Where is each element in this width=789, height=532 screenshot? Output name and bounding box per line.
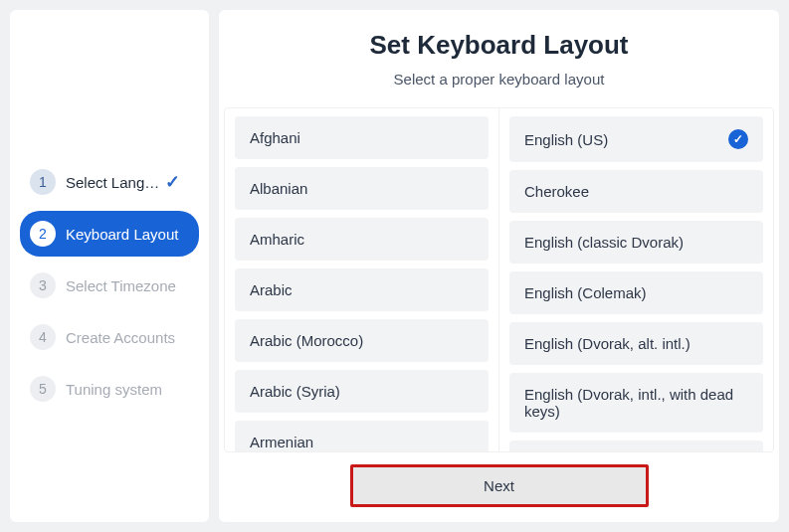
step-label: Select Langu… [66, 174, 165, 191]
check-icon: ✓ [165, 171, 180, 193]
layout-item-armenian[interactable]: Armenian [235, 421, 489, 451]
layout-label: Amharic [250, 231, 304, 248]
layout-label: Arabic (Syria) [250, 383, 340, 400]
layout-item-afghani[interactable]: Afghani [235, 116, 489, 159]
step-label: Tuning system [66, 381, 189, 398]
layout-label: Arabic (Morocco) [250, 332, 363, 349]
page-subtitle: Select a proper keyboard layout [219, 71, 779, 88]
layout-label: English (classic Dvorak) [524, 234, 684, 251]
layout-item-english-dvorak-left[interactable]: English (Dvorak, left-handed) [509, 441, 763, 451]
layout-item-arabic-syria[interactable]: Arabic (Syria) [235, 370, 489, 413]
layout-item-arabic[interactable]: Arabic [235, 268, 489, 311]
layout-label: English (Colemak) [524, 284, 647, 301]
step-label: Create Accounts [66, 329, 189, 346]
setup-steps-sidebar: 1 Select Langu… ✓ 2 Keyboard Layout 3 Se… [10, 10, 209, 522]
layout-label: English (Dvorak, intl., with dead keys) [524, 386, 748, 420]
selected-check-icon: ✓ [728, 129, 748, 149]
layout-item-english-classic-dvorak[interactable]: English (classic Dvorak) [509, 221, 763, 264]
layout-item-cherokee[interactable]: Cherokee [509, 170, 763, 213]
layout-label: Albanian [250, 180, 307, 197]
layout-item-english-us[interactable]: English (US) ✓ [509, 116, 763, 162]
layout-item-albanian[interactable]: Albanian [235, 167, 489, 210]
layout-item-english-dvorak-intl-dead[interactable]: English (Dvorak, intl., with dead keys) [509, 373, 763, 433]
layout-label: Cherokee [524, 183, 589, 200]
step-number: 5 [30, 376, 56, 402]
layouts-container: Afghani Albanian Amharic Arabic Arabic (… [224, 107, 774, 452]
step-label: Select Timezone [66, 277, 189, 294]
layout-column-right[interactable]: English (US) ✓ Cherokee English (classic… [499, 108, 773, 451]
sidebar-step-language[interactable]: 1 Select Langu… ✓ [20, 159, 199, 205]
layout-item-arabic-morocco[interactable]: Arabic (Morocco) [235, 319, 489, 362]
sidebar-step-accounts[interactable]: 4 Create Accounts [20, 314, 199, 360]
footer: Next [219, 452, 779, 507]
layout-label: English (Dvorak, alt. intl.) [524, 335, 690, 352]
sidebar-step-keyboard[interactable]: 2 Keyboard Layout [20, 211, 199, 257]
layout-column-left[interactable]: Afghani Albanian Amharic Arabic Arabic (… [225, 108, 499, 451]
step-label: Keyboard Layout [66, 226, 189, 243]
layout-item-amharic[interactable]: Amharic [235, 218, 489, 261]
sidebar-step-tuning[interactable]: 5 Tuning system [20, 366, 199, 412]
next-button[interactable]: Next [350, 464, 649, 507]
layout-label: English (US) [524, 131, 608, 148]
step-number: 4 [30, 324, 56, 350]
main-panel: Set Keyboard Layout Select a proper keyb… [219, 10, 779, 522]
step-number: 3 [30, 272, 56, 298]
page-title: Set Keyboard Layout [219, 30, 779, 61]
sidebar-step-timezone[interactable]: 3 Select Timezone [20, 263, 199, 308]
layout-item-english-colemak[interactable]: English (Colemak) [509, 271, 763, 314]
layout-label: Arabic [250, 281, 293, 298]
layout-label: Armenian [250, 434, 313, 450]
step-number: 2 [30, 221, 56, 247]
layout-item-english-dvorak-alt-intl[interactable]: English (Dvorak, alt. intl.) [509, 322, 763, 365]
layout-label: Afghani [250, 129, 300, 146]
step-number: 1 [30, 169, 56, 195]
